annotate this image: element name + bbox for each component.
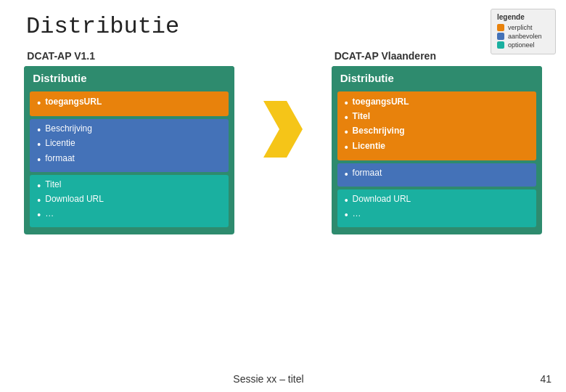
- left-section-orange: • toegangsURL: [30, 91, 229, 116]
- legend-label-aanbevolen: aanbevolen: [508, 33, 542, 40]
- bottom-bar: Sessie xx – titel: [0, 373, 566, 385]
- session-text: Sessie xx – titel: [233, 373, 303, 385]
- bullet-icon: •: [37, 123, 41, 136]
- left-teal-label-1: Download URL: [45, 194, 104, 204]
- legend-label-optioneel: optioneel: [508, 41, 535, 49]
- right-teal-label-0: Download URL: [353, 194, 411, 204]
- bullet-icon: •: [37, 179, 41, 192]
- bullet-icon: •: [37, 153, 41, 166]
- left-blue-label-1: Licentie: [45, 138, 75, 148]
- bullet-icon: •: [37, 194, 41, 207]
- legend-item-verplicht: verplicht: [497, 24, 549, 31]
- chevron-right-icon: [263, 101, 303, 158]
- columns-area: DCAT-AP V1.1 Distributie • toegangsURL •…: [0, 43, 566, 234]
- left-column: DCAT-AP V1.1 Distributie • toegangsURL •…: [24, 50, 234, 234]
- left-teal-item-2: • …: [37, 208, 221, 221]
- right-section-orange: • toegangsURL • Titel • Beschrijving • L…: [337, 91, 536, 160]
- legend-box: legende verplicht aanbevolen optioneel: [491, 9, 556, 54]
- right-orange-label-0: toegangsURL: [353, 97, 409, 107]
- right-teal-item-0: • Download URL: [345, 194, 529, 207]
- bullet-icon: •: [345, 111, 348, 124]
- page-title: Distributie: [0, 0, 566, 40]
- left-teal-item-1: • Download URL: [37, 194, 221, 207]
- arrow-area: [254, 101, 312, 158]
- right-card-header: Distributie: [332, 66, 542, 89]
- right-column-label: DCAT-AP Vlaanderen: [335, 50, 436, 62]
- left-blue-label-2: formaat: [45, 153, 75, 163]
- left-section-teal: • Titel • Download URL • …: [30, 175, 229, 228]
- right-section-teal: • Download URL • …: [337, 189, 536, 227]
- right-orange-label-1: Titel: [353, 111, 370, 121]
- bullet-icon: •: [345, 141, 348, 154]
- bullet-icon: •: [37, 208, 41, 221]
- right-teal-item-1: • …: [345, 208, 529, 221]
- left-orange-label-0: toegangsURL: [45, 97, 102, 107]
- legend-dot-aanbevolen: [497, 33, 504, 40]
- legend-item-optioneel: optioneel: [497, 41, 549, 49]
- bullet-icon: •: [345, 97, 348, 110]
- left-orange-item-0: • toegangsURL: [37, 97, 221, 110]
- bullet-icon: •: [345, 208, 348, 221]
- bullet-icon: •: [345, 126, 348, 139]
- right-blue-label-0: formaat: [353, 168, 382, 178]
- svg-marker-0: [263, 101, 303, 158]
- left-card-header: Distributie: [24, 66, 234, 89]
- left-blue-item-0: • Beschrijving: [37, 123, 221, 136]
- right-orange-item-1: • Titel: [345, 111, 529, 124]
- left-teal-label-0: Titel: [45, 179, 61, 189]
- legend-dot-optioneel: [497, 41, 504, 49]
- left-dist-card: Distributie • toegangsURL • Beschrijving…: [24, 66, 234, 234]
- left-section-blue: • Beschrijving • Licentie • formaat: [30, 119, 229, 172]
- page-number: 41: [540, 373, 551, 385]
- right-orange-label-2: Beschrijving: [353, 126, 405, 136]
- right-orange-item-3: • Licentie: [345, 141, 529, 154]
- left-blue-item-2: • formaat: [37, 153, 221, 166]
- legend-title: legende: [497, 13, 549, 21]
- right-blue-item-0: • formaat: [345, 168, 529, 181]
- right-teal-label-1: …: [353, 208, 361, 219]
- left-teal-label-2: …: [45, 208, 54, 219]
- legend-dot-verplicht: [497, 24, 504, 31]
- legend-label-verplicht: verplicht: [508, 24, 533, 31]
- bullet-icon: •: [345, 194, 348, 207]
- bullet-icon: •: [37, 97, 41, 110]
- left-column-label: DCAT-AP V1.1: [27, 50, 95, 62]
- left-blue-item-1: • Licentie: [37, 138, 221, 151]
- right-orange-item-2: • Beschrijving: [345, 126, 529, 139]
- bullet-icon: •: [345, 168, 348, 181]
- left-teal-item-0: • Titel: [37, 179, 221, 192]
- right-section-blue: • formaat: [337, 163, 536, 187]
- legend-item-aanbevolen: aanbevolen: [497, 33, 549, 40]
- right-column: DCAT-AP Vlaanderen Distributie • toegang…: [332, 50, 542, 234]
- bullet-icon: •: [37, 138, 41, 151]
- right-orange-item-0: • toegangsURL: [345, 97, 529, 110]
- right-orange-label-3: Licentie: [353, 141, 385, 151]
- left-blue-label-0: Beschrijving: [45, 123, 92, 134]
- right-dist-card: Distributie • toegangsURL • Titel • Besc…: [332, 66, 542, 234]
